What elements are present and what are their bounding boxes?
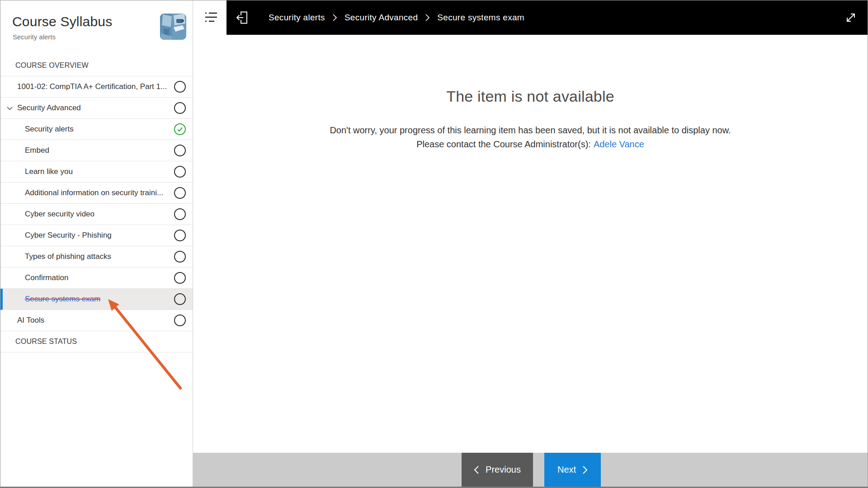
syllabus-item-label: Secure systems exam [3, 295, 100, 304]
syllabus-item[interactable]: Additional information on security train… [0, 183, 193, 204]
syllabus-item[interactable]: Cyber Security - Phishing [0, 225, 193, 246]
syllabus-list: COURSE OVERVIEW1001-02: CompTIA A+ Certi… [0, 55, 193, 352]
status-circle-icon [174, 81, 186, 93]
status-circle-icon [174, 293, 186, 305]
status-circle-icon [174, 166, 186, 178]
previous-button-label: Previous [486, 465, 521, 475]
syllabus-item[interactable]: Types of phishing attacks [0, 246, 193, 267]
check-icon [176, 125, 184, 133]
sidebar-header: Course Syllabus Security alerts [0, 0, 193, 55]
course-player-window: Course Syllabus Security alerts COURSE O… [0, 0, 868, 488]
message-line2-prefix: Please contact the Course Administrator(… [416, 139, 591, 149]
status-circle-icon [174, 314, 186, 326]
exit-course-icon [236, 10, 250, 25]
breadcrumb-separator [425, 14, 430, 22]
syllabus-item[interactable]: Security Advanced [0, 98, 193, 119]
chevron-right-icon [582, 465, 588, 474]
chevron-down-icon [7, 107, 13, 110]
status-circle-icon [174, 102, 186, 114]
syllabus-item[interactable]: Secure systems exam [0, 289, 193, 310]
course-thumbnail [160, 14, 186, 40]
course-syllabus-sidebar: Course Syllabus Security alerts COURSE O… [0, 0, 193, 487]
unavailable-message: Don't worry, your progress of this learn… [193, 123, 868, 151]
unavailable-heading: The item is not available [193, 88, 868, 105]
status-completed-icon [174, 123, 186, 135]
syllabus-item-label: Additional information on security train… [0, 188, 163, 197]
syllabus-item[interactable]: Confirmation [0, 267, 193, 289]
syllabus-item[interactable]: Learn like you [0, 161, 193, 183]
syllabus-item[interactable]: 1001-02: CompTIA A+ Certification, Part … [0, 76, 193, 98]
sidebar-subtitle: Security alerts [13, 33, 56, 41]
breadcrumb-item[interactable]: Security alerts [269, 13, 325, 23]
breadcrumb-separator-icon [425, 14, 430, 22]
syllabus-outline-toggle[interactable] [204, 11, 218, 25]
admin-contact-link[interactable]: Adele Vance [594, 139, 644, 149]
security-cameras-image [160, 14, 186, 40]
exit-course-button[interactable] [236, 10, 250, 27]
syllabus-item-label: 1001-02: CompTIA A+ Certification, Part … [0, 82, 167, 91]
status-circle-icon [174, 187, 186, 199]
syllabus-item-label: Cyber security video [0, 210, 94, 219]
section-header-label: COURSE OVERVIEW [0, 61, 89, 70]
next-button-label: Next [557, 465, 576, 475]
status-circle-icon [174, 251, 186, 263]
syllabus-item-label: Confirmation [0, 273, 68, 282]
breadcrumb-separator [332, 14, 337, 22]
status-circle-icon [174, 208, 186, 220]
syllabus-item-label: AI Tools [0, 316, 44, 325]
syllabus-item-label: Security alerts [0, 125, 74, 134]
section-header-label: COURSE STATUS [0, 338, 77, 346]
syllabus-item-label: Embed [0, 146, 49, 155]
previous-button[interactable]: Previous [462, 453, 533, 487]
syllabus-item[interactable]: AI Tools [0, 310, 193, 331]
next-button[interactable]: Next [544, 453, 601, 487]
syllabus-outline-icon [204, 11, 218, 23]
status-circle-icon [174, 272, 186, 284]
status-circle-icon [174, 145, 186, 156]
content-area: The item is not available Don't worry, y… [193, 35, 868, 453]
fullscreen-expand-icon [844, 11, 858, 24]
breadcrumb-separator-icon [332, 14, 337, 22]
syllabus-item-label: Types of phishing attacks [0, 252, 111, 261]
fullscreen-expand-button[interactable] [844, 11, 858, 26]
message-line1: Don't worry, your progress of this learn… [330, 125, 731, 135]
breadcrumb: Security alertsSecurity AdvancedSecure s… [269, 0, 524, 35]
topbar: Security alertsSecurity AdvancedSecure s… [226, 0, 868, 35]
breadcrumb-item[interactable]: Security Advanced [344, 13, 418, 23]
syllabus-item-label: Learn like you [0, 167, 73, 176]
syllabus-section-header: COURSE OVERVIEW [0, 55, 193, 76]
sidebar-title: Course Syllabus [12, 14, 112, 29]
chevron-left-icon [474, 465, 479, 474]
syllabus-item[interactable]: Embed [0, 140, 193, 161]
syllabus-item[interactable]: Security alerts [0, 119, 193, 140]
breadcrumb-item: Secure systems exam [437, 13, 524, 23]
syllabus-item[interactable]: Cyber security video [0, 204, 193, 225]
syllabus-section-header: COURSE STATUS [0, 331, 193, 352]
syllabus-item-label: Cyber Security - Phishing [0, 231, 112, 240]
status-circle-icon [174, 230, 186, 241]
